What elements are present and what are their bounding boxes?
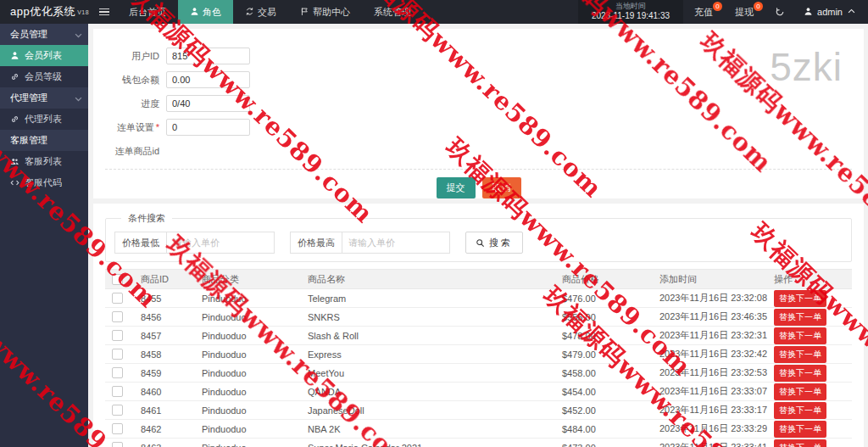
refresh-icon[interactable] (765, 0, 795, 24)
row-checkbox[interactable] (112, 349, 123, 360)
table-header-row: 商品ID 商品分类 商品名称 商品价格 添加时间 操作 (105, 270, 852, 289)
row-checkbox[interactable] (112, 293, 123, 304)
table-row: 8456PinduoduoSNKRS$555.002023年11月16日 23:… (105, 308, 852, 327)
replace-next-order-button[interactable]: 替换下一单 (774, 327, 826, 344)
sidebar-item-support-list[interactable]: 客服列表 (0, 151, 88, 172)
table-row: 8457PinduoduoSlash & Roll$478.002023年11月… (105, 327, 852, 345)
content-area: 5zki 用户ID 钱包余额 进度 连单设置* 连单商品id (88, 24, 868, 447)
table-row: 8459PinduoduoMeetYou$458.002023年11月16日 2… (105, 364, 852, 383)
app-version: V18 (77, 9, 89, 15)
username: admin (817, 7, 843, 17)
sidebar-group-support[interactable]: 客服管理 (0, 130, 88, 151)
products-table: 商品ID 商品分类 商品名称 商品价格 添加时间 操作 8455Pinduodu… (105, 269, 852, 447)
user-id-field[interactable] (166, 47, 250, 64)
hamburger-icon[interactable] (92, 0, 117, 24)
nav-item-system[interactable]: 系统管理 (362, 0, 423, 24)
max-price-input[interactable] (342, 232, 450, 254)
sidebar-group-agents[interactable]: 代理管理 (0, 87, 88, 109)
chain-order-setting-field[interactable] (166, 119, 250, 136)
recharge-link[interactable]: 充值 0 (683, 0, 724, 24)
link-icon (10, 115, 19, 124)
progress-field[interactable] (166, 95, 250, 112)
min-price-input[interactable] (166, 232, 275, 254)
chain-order-setting-label: 连单设置* (93, 121, 159, 134)
flag-icon (300, 7, 309, 18)
top-header: app优化系统 V18 后台首页 角色 交易 帮助中心 系统管理 当地时间 20… (0, 0, 868, 24)
row-checkbox[interactable] (112, 442, 123, 447)
wallet-balance-label: 钱包余额 (93, 74, 159, 87)
nav-item-dashboard[interactable]: 后台首页 (117, 0, 178, 24)
col-actions: 操作 (767, 270, 852, 289)
chevron-up-icon (847, 7, 856, 18)
local-time: 当地时间 2023-11-19 19:41:33 (578, 0, 683, 24)
sidebar-item-member-level[interactable]: 会员等级 (0, 66, 88, 87)
user-icon (804, 7, 813, 18)
form-actions: 提交 取消 (93, 177, 864, 198)
row-checkbox[interactable] (112, 330, 123, 341)
nav-item-roles[interactable]: 角色 (178, 0, 233, 24)
search-button[interactable]: 搜索 (465, 232, 523, 254)
row-checkbox[interactable] (112, 405, 123, 416)
local-time-value: 2023-11-19 19:41:33 (592, 11, 670, 22)
search-legend: 条件搜索 (121, 212, 172, 225)
withdraw-link[interactable]: 提现 0 (724, 0, 765, 24)
form-row: 连单商品id (93, 139, 864, 163)
sidebar-group-members[interactable]: 会员管理 (0, 24, 88, 45)
chevron-down-icon (74, 94, 81, 102)
search-icon (476, 238, 485, 248)
chain-product-id-label: 连单商品id (93, 145, 159, 158)
replace-next-order-button[interactable]: 替换下一单 (774, 365, 826, 382)
local-time-label: 当地时间 (615, 2, 646, 11)
table-row: 8460PinduoduoQANDA$454.002023年11月16日 23:… (105, 383, 852, 401)
row-checkbox[interactable] (112, 367, 123, 378)
user-icon (10, 51, 19, 60)
user-menu[interactable]: admin (795, 0, 868, 24)
select-all-checkbox[interactable] (112, 274, 123, 285)
nav-item-help[interactable]: 帮助中心 (288, 0, 362, 24)
product-table-card: 条件搜索 价格最低 价格最高 搜索 商品I (93, 204, 864, 447)
sidebar-item-member-list[interactable]: 会员列表 (0, 45, 88, 66)
min-price-label: 价格最低 (114, 232, 166, 254)
replace-next-order-button[interactable]: 替换下一单 (774, 383, 826, 400)
row-checkbox[interactable] (112, 311, 123, 322)
sidebar-item-support-code[interactable]: 客服代码 (0, 172, 88, 193)
replace-next-order-button[interactable]: 替换下一单 (774, 309, 826, 326)
app-logo: app优化系统 V18 (0, 0, 92, 24)
col-price: 商品价格 (555, 270, 653, 289)
main-nav: 后台首页 角色 交易 帮助中心 系统管理 (117, 0, 423, 24)
replace-next-order-button[interactable]: 替换下一单 (774, 290, 826, 307)
col-category: 商品分类 (195, 270, 301, 289)
form-row: 进度 (93, 92, 864, 115)
table-row: 8462PinduoduoNBA 2K$484.002023年11月16日 23… (105, 420, 852, 439)
header-right: 当地时间 2023-11-19 19:41:33 充值 0 提现 0 admin (578, 0, 868, 24)
recharge-badge: 0 (713, 2, 722, 11)
sidebar-item-agent-list[interactable]: 代理列表 (0, 109, 88, 130)
app-title: app优化系统 (10, 4, 75, 20)
row-checkbox[interactable] (112, 386, 123, 397)
search-fieldset: 条件搜索 价格最低 价格最高 搜索 (105, 212, 852, 262)
form-row: 连单设置* (93, 115, 864, 139)
table-row: 8463PinduoduoSuper Mario Calendar 2021$4… (105, 439, 852, 447)
sidebar: 会员管理 会员列表 会员等级 代理管理 代理列表 客服管理 客服列表 客服代码 (0, 24, 88, 447)
progress-label: 进度 (93, 98, 159, 110)
dashed-divider (105, 169, 852, 170)
replace-next-order-button[interactable]: 替换下一单 (774, 402, 826, 419)
link-icon (10, 72, 19, 81)
col-name: 商品名称 (301, 270, 555, 289)
cancel-button[interactable]: 取消 (482, 177, 521, 198)
table-row: 8461PinduoduoJapaneseDoll$452.002023年11月… (105, 401, 852, 420)
table-row: 8458PinduoduoExpress$479.002023年11月16日 2… (105, 345, 852, 364)
nav-item-trade[interactable]: 交易 (233, 0, 288, 24)
replace-next-order-button[interactable]: 替换下一单 (774, 346, 826, 363)
replace-next-order-button[interactable]: 替换下一单 (774, 421, 826, 438)
submit-button[interactable]: 提交 (437, 177, 476, 198)
replace-next-order-button[interactable]: 替换下一单 (774, 439, 826, 447)
trade-icon (245, 7, 254, 18)
row-checkbox[interactable] (112, 423, 123, 434)
edit-form-card: 用户ID 钱包余额 进度 连单设置* 连单商品id 提交 取消 (93, 29, 864, 198)
user-edit-form: 用户ID 钱包余额 进度 连单设置* 连单商品id (93, 29, 864, 163)
required-asterisk: * (156, 122, 159, 132)
wallet-balance-field[interactable] (166, 71, 250, 88)
code-icon (10, 178, 19, 187)
min-price-group: 价格最低 (114, 232, 275, 254)
